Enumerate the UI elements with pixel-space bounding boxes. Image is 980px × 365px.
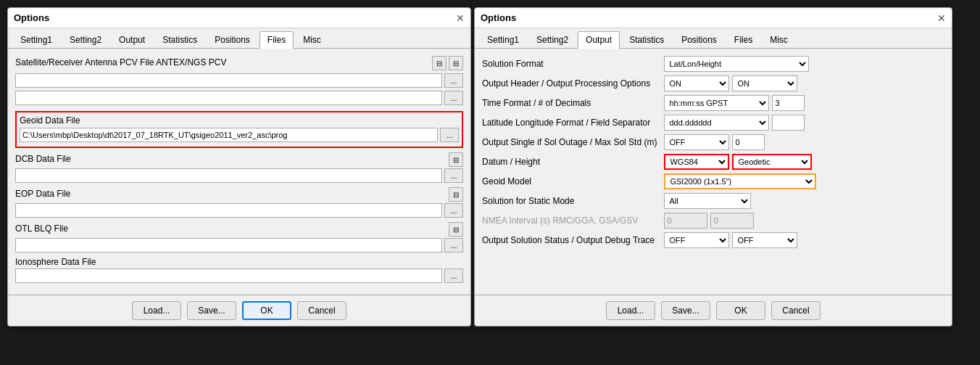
lat-lon-format-select[interactable]: ddd.dddddd [664, 115, 769, 131]
tab-setting1[interactable]: Setting1 [12, 31, 60, 48]
output-debug-select2[interactable]: OFFON [732, 232, 797, 248]
dcb-section: DCB Data File ⊟ ... [15, 152, 463, 183]
right-tab-setting2[interactable]: Setting2 [528, 31, 576, 48]
height-select[interactable]: GeodeticEllipsoidal [732, 154, 812, 170]
dcb-input[interactable] [15, 168, 442, 183]
datum-select[interactable]: WGS84 [664, 154, 729, 170]
output-status-select1[interactable]: OFFON [664, 232, 729, 248]
left-save-btn[interactable]: Save... [187, 301, 236, 320]
left-cancel-btn[interactable]: Cancel [297, 301, 346, 320]
right-tab-output[interactable]: Output [578, 31, 620, 49]
static-mode-select[interactable]: All [664, 193, 751, 209]
antenna-browse-btn2[interactable]: ... [444, 91, 463, 105]
tab-statistics[interactable]: Statistics [154, 31, 205, 48]
right-tab-misc[interactable]: Misc [762, 31, 796, 48]
eop-label: EOP Data File [15, 189, 70, 199]
right-dialog-footer: Load... Save... OK Cancel [475, 295, 952, 326]
tab-files[interactable]: Files [259, 31, 294, 49]
iono-section: Ionosphere Data File ... [15, 257, 463, 283]
eop-browse-btn[interactable]: ... [444, 203, 463, 218]
dcb-label: DCB Data File [15, 154, 71, 164]
antenna-browse-btn1[interactable]: ... [444, 73, 463, 88]
output-status-controls: OFFON OFFON [664, 232, 944, 248]
tab-output[interactable]: Output [111, 31, 153, 48]
geoid-input[interactable] [20, 128, 438, 142]
left-dialog-titlebar: Options ✕ [8, 8, 470, 28]
eop-section: EOP Data File ⊟ ... [15, 187, 463, 218]
antenna-copy-icon1[interactable]: ⊟ [432, 56, 447, 70]
geoid-label: Geoid Data File [20, 115, 80, 126]
antenna-input2[interactable] [15, 91, 442, 105]
nmea-interval-label: NMEA Interval (s) RMC/GGA, GSA/GSV [482, 216, 657, 226]
nmea-gsa-input [710, 213, 754, 229]
iono-input[interactable] [15, 268, 442, 283]
left-dialog-title: Options [14, 12, 49, 23]
otl-copy-icon[interactable]: ⊟ [449, 222, 463, 237]
output-header-select1[interactable]: ONOFF [664, 75, 729, 91]
eop-input[interactable] [15, 203, 442, 218]
left-ok-btn[interactable]: OK [242, 301, 291, 320]
time-format-decimals[interactable] [772, 95, 805, 111]
lat-lon-format-controls: ddd.dddddd [664, 115, 944, 131]
right-tabs: Setting1 Setting2 Output Statistics Posi… [475, 28, 952, 49]
output-single-label: Output Single if Sol Outage / Max Sol St… [482, 137, 657, 147]
output-header-label: Output Header / Output Processing Option… [482, 78, 657, 89]
output-single-controls: OFFON [664, 134, 944, 150]
left-options-dialog: Options ✕ Setting1 Setting2 Output Stati… [7, 7, 471, 327]
left-dialog-footer: Load... Save... OK Cancel [8, 295, 470, 326]
lat-lon-separator-input[interactable] [772, 115, 805, 131]
dcb-browse-btn[interactable]: ... [444, 168, 463, 183]
right-tab-files[interactable]: Files [726, 31, 760, 48]
output-single-select[interactable]: OFFON [664, 134, 729, 150]
left-dialog-close[interactable]: ✕ [456, 13, 465, 23]
static-mode-controls: All [664, 193, 944, 209]
geoid-section: Geoid Data File ... [15, 111, 463, 148]
time-format-controls: hh:mm:ss GPST [664, 95, 944, 111]
output-status-label: Output Solution Status / Output Debug Tr… [482, 235, 657, 245]
right-dialog-body: Solution Format Lat/Lon/Height Output He… [475, 49, 952, 295]
output-header-select2[interactable]: ONOFF [732, 75, 797, 91]
output-header-controls: ONOFF ONOFF [664, 75, 944, 91]
antenna-label: Satellite/Receiver Antenna PCV File ANTE… [15, 57, 226, 67]
otl-browse-btn[interactable]: ... [444, 238, 463, 253]
right-options-dialog: Options ✕ Setting1 Setting2 Output Stati… [474, 7, 952, 327]
right-save-btn[interactable]: Save... [661, 301, 710, 320]
otl-input[interactable] [15, 238, 442, 253]
dcb-copy-icon[interactable]: ⊟ [449, 152, 463, 167]
antenna-section: Satellite/Receiver Antenna PCV File ANTE… [15, 56, 463, 107]
tab-misc[interactable]: Misc [295, 31, 329, 48]
output-single-maxstd[interactable] [732, 134, 765, 150]
right-load-btn[interactable]: Load... [606, 301, 655, 320]
options-grid: Solution Format Lat/Lon/Height Output He… [482, 56, 944, 248]
antenna-input1[interactable] [15, 73, 442, 88]
right-dialog-title: Options [481, 12, 516, 23]
right-cancel-btn[interactable]: Cancel [771, 301, 821, 320]
geoid-model-label: Geoid Model [482, 176, 657, 186]
time-format-select[interactable]: hh:mm:ss GPST [664, 95, 769, 111]
geoid-browse-btn[interactable]: ... [440, 128, 459, 142]
datum-height-label: Datum / Height [482, 157, 657, 167]
right-dialog-titlebar: Options ✕ [475, 8, 952, 28]
left-dialog-body: Satellite/Receiver Antenna PCV File ANTE… [8, 49, 470, 295]
solution-format-select[interactable]: Lat/Lon/Height [664, 56, 809, 72]
iono-browse-btn[interactable]: ... [444, 268, 463, 283]
iono-label: Ionosphere Data File [15, 257, 96, 267]
tab-setting2[interactable]: Setting2 [62, 31, 109, 48]
right-tab-setting1[interactable]: Setting1 [479, 31, 527, 48]
otl-section: OTL BLQ File ⊟ ... [15, 222, 463, 253]
geoid-model-select[interactable]: GSI2000 (1x1.5") EGM2008 EGM96 [664, 173, 816, 189]
right-tab-positions[interactable]: Positions [673, 31, 725, 48]
nmea-rmc-input [664, 213, 707, 229]
time-format-label: Time Format / # of Decimals [482, 98, 657, 108]
nmea-interval-controls [664, 213, 944, 229]
right-tab-statistics[interactable]: Statistics [621, 31, 672, 48]
antenna-copy-icon2[interactable]: ⊟ [449, 56, 463, 70]
tab-positions[interactable]: Positions [207, 31, 258, 48]
left-load-btn[interactable]: Load... [132, 301, 181, 320]
solution-format-label: Solution Format [482, 59, 657, 69]
right-ok-btn[interactable]: OK [716, 301, 765, 320]
datum-height-controls: WGS84 GeodeticEllipsoidal [664, 154, 944, 170]
eop-copy-icon[interactable]: ⊟ [449, 187, 463, 202]
right-dialog-close[interactable]: ✕ [937, 13, 946, 23]
lat-lon-format-label: Latitude Longitude Format / Field Separa… [482, 118, 657, 128]
